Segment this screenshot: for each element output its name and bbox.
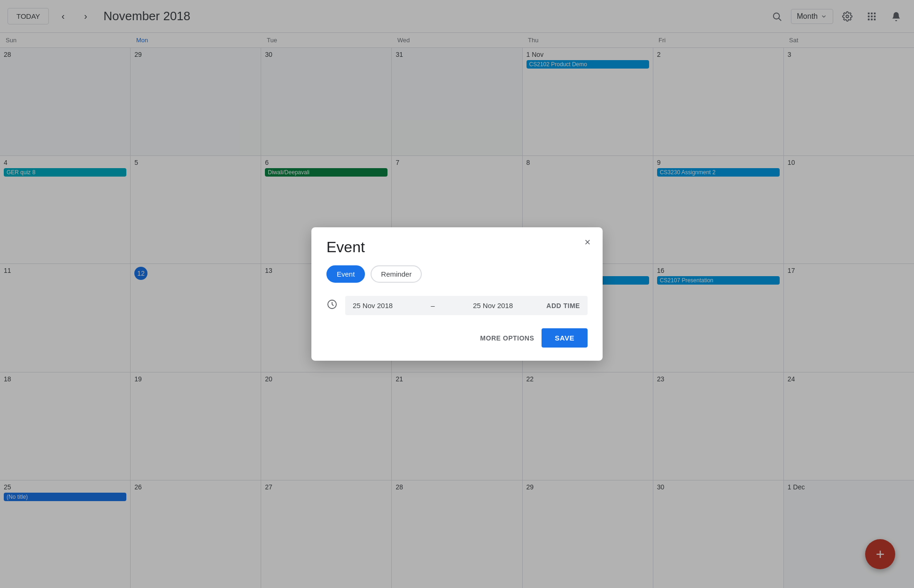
- modal-tabs: Event Reminder: [326, 265, 588, 283]
- date-separator: –: [431, 302, 434, 309]
- tab-reminder-button[interactable]: Reminder: [371, 265, 422, 283]
- add-time-button[interactable]: ADD TIME: [546, 302, 580, 309]
- clock-icon: [326, 299, 338, 313]
- modal-actions: MORE OPTIONS SAVE: [326, 328, 588, 348]
- tab-event-button[interactable]: Event: [326, 265, 365, 283]
- modal-close-button[interactable]: ×: [579, 234, 596, 251]
- save-button[interactable]: SAVE: [542, 328, 588, 348]
- date-end: 25 Nov 2018: [473, 302, 513, 309]
- date-row: 25 Nov 2018 – 25 Nov 2018 ADD TIME: [326, 296, 588, 315]
- more-options-button[interactable]: MORE OPTIONS: [480, 334, 534, 342]
- event-modal: × Event Event Reminder 25 Nov 2018 – 25 …: [311, 227, 603, 361]
- modal-title: Event: [326, 239, 588, 256]
- date-range-field[interactable]: 25 Nov 2018 – 25 Nov 2018 ADD TIME: [345, 296, 588, 315]
- date-start: 25 Nov 2018: [353, 302, 393, 309]
- close-icon: ×: [585, 236, 591, 248]
- modal-overlay: × Event Event Reminder 25 Nov 2018 – 25 …: [0, 0, 914, 588]
